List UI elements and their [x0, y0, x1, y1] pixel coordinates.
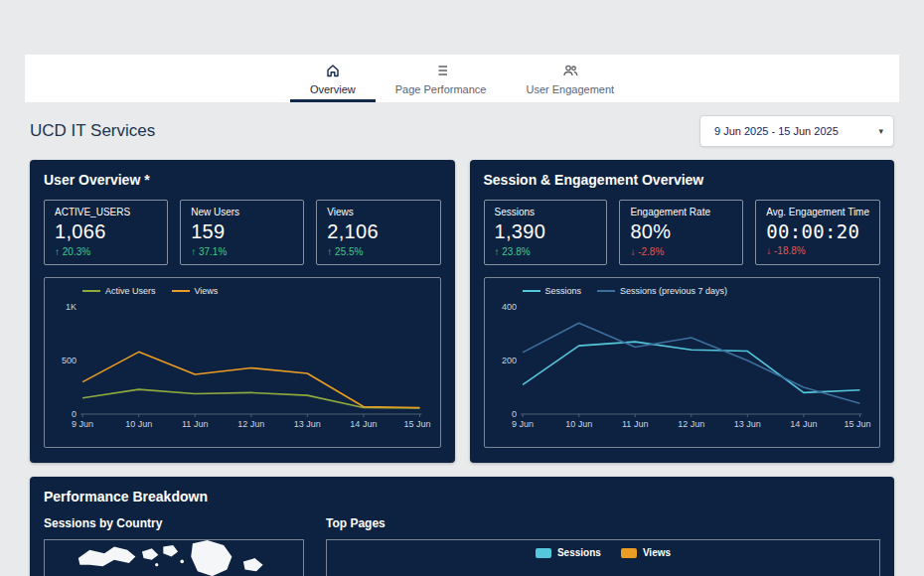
- date-range-picker[interactable]: 9 Jun 2025 - 15 Jun 2025 ▾: [699, 115, 894, 147]
- kpi-delta: ↑ 23.8%: [495, 246, 597, 257]
- svg-text:14 Jun: 14 Jun: [350, 419, 377, 429]
- chevron-down-icon: ▾: [878, 126, 883, 136]
- kpi-label: Engagement Rate: [630, 207, 732, 217]
- kpi-value: 80%: [630, 220, 732, 243]
- sessions-line-chart: 02004009 Jun10 Jun11 Jun12 Jun13 Jun14 J…: [493, 299, 872, 436]
- svg-text:10 Jun: 10 Jun: [125, 419, 152, 429]
- legend-item: Views: [172, 286, 219, 296]
- svg-text:9 Jun: 9 Jun: [72, 419, 93, 429]
- kpi-delta: ↑ 20.3%: [55, 246, 157, 257]
- svg-text:11 Jun: 11 Jun: [622, 419, 648, 429]
- kpi-row: ACTIVE_USERS1,066↑ 20.3%New Users159↑ 37…: [44, 200, 441, 265]
- top-pages-chart: SessionsViews: [326, 539, 880, 576]
- legend-item: Views: [621, 547, 671, 558]
- kpi-delta: ↓ -18.8%: [766, 245, 869, 256]
- sessions-by-country-section: Sessions by Country: [44, 516, 304, 576]
- legend-label: Sessions (previous 7 days): [620, 286, 727, 296]
- kpi-value: 00:00:20: [766, 220, 869, 242]
- legend-item: Sessions (previous 7 days): [597, 286, 727, 296]
- tab-label: User Engagement: [526, 83, 614, 95]
- kpi-value: 1,390: [495, 220, 597, 243]
- page-title: UCD IT Services: [30, 121, 155, 141]
- kpi-value: 159: [191, 220, 293, 243]
- svg-text:12 Jun: 12 Jun: [678, 419, 704, 429]
- kpi-tile: Sessions1,390↑ 23.8%: [484, 200, 608, 265]
- svg-text:0: 0: [512, 409, 517, 419]
- legend-swatch: [523, 290, 540, 292]
- user-overview-chart: Active UsersViews 05001K9 Jun10 Jun11 Ju…: [44, 277, 441, 448]
- legend-swatch: [621, 548, 637, 558]
- kpi-tile: Views2,106↑ 25.5%: [316, 200, 440, 265]
- people-icon: [562, 63, 578, 80]
- svg-text:200: 200: [502, 356, 517, 365]
- tab-overview[interactable]: Overview: [290, 55, 376, 102]
- tab-user-engagement[interactable]: User Engagement: [506, 55, 634, 102]
- svg-text:500: 500: [62, 356, 77, 365]
- top-cards-row: User Overview * ACTIVE_USERS1,066↑ 20.3%…: [0, 160, 924, 463]
- kpi-value: 1,066: [55, 220, 157, 243]
- legend-label: Sessions: [545, 286, 582, 296]
- sessions-by-country-map: [44, 539, 304, 576]
- user-overview-line-chart: 05001K9 Jun10 Jun11 Jun12 Jun13 Jun14 Ju…: [53, 299, 432, 436]
- svg-text:13 Jun: 13 Jun: [733, 419, 760, 429]
- session-overview-card: Session & Engagement Overview Sessions1,…: [470, 160, 895, 463]
- legend-label: Views: [195, 286, 219, 296]
- legend-item: Sessions: [523, 286, 582, 296]
- top-pages-section: Top Pages SessionsViews: [326, 516, 880, 576]
- legend-item: Active Users: [82, 286, 156, 296]
- svg-text:0: 0: [72, 409, 77, 419]
- kpi-tile: Avg. Engagement Time00:00:20↓ -18.8%: [755, 200, 880, 265]
- kpi-tile: New Users159↑ 37.1%: [180, 200, 304, 265]
- kpi-value: 2,106: [327, 220, 429, 243]
- svg-text:14 Jun: 14 Jun: [790, 419, 817, 429]
- user-overview-card: User Overview * ACTIVE_USERS1,066↑ 20.3%…: [30, 160, 455, 463]
- legend-label: Active Users: [105, 286, 156, 296]
- legend-swatch: [82, 290, 100, 292]
- svg-text:15 Jun: 15 Jun: [403, 419, 430, 429]
- kpi-label: ACTIVE_USERS: [55, 207, 157, 217]
- legend-swatch: [597, 290, 615, 292]
- kpi-delta: ↑ 37.1%: [191, 246, 293, 257]
- report-tab-bar: Overview Page Performance User Engagemen…: [25, 55, 899, 102]
- kpi-label: Views: [327, 207, 429, 217]
- top-margin: [0, 0, 924, 55]
- svg-text:1K: 1K: [66, 302, 77, 312]
- svg-text:12 Jun: 12 Jun: [237, 419, 264, 429]
- date-range-value: 9 Jun 2025 - 15 Jun 2025: [714, 125, 839, 137]
- kpi-label: New Users: [191, 207, 293, 217]
- legend-swatch: [536, 548, 551, 558]
- svg-text:13 Jun: 13 Jun: [294, 419, 321, 429]
- tab-label: Overview: [310, 83, 356, 95]
- chart-legend: SessionsSessions (previous 7 days): [493, 283, 872, 299]
- session-overview-chart: SessionsSessions (previous 7 days) 02004…: [484, 277, 881, 448]
- kpi-label: Sessions: [495, 207, 597, 217]
- kpi-row: Sessions1,390↑ 23.8%Engagement Rate80%↓ …: [484, 200, 881, 265]
- legend-label: Sessions: [557, 547, 601, 558]
- card-title: Session & Engagement Overview: [484, 172, 881, 188]
- legend-item: Sessions: [536, 547, 601, 558]
- tab-label: Page Performance: [395, 83, 487, 95]
- world-map: [45, 540, 303, 576]
- home-icon: [325, 63, 341, 80]
- kpi-delta: ↓ -2.8%: [630, 246, 732, 257]
- tab-page-performance[interactable]: Page Performance: [376, 55, 507, 102]
- section-title: Sessions by Country: [44, 516, 304, 530]
- list-icon: [433, 63, 449, 80]
- svg-text:9 Jun: 9 Jun: [512, 419, 534, 429]
- svg-text:400: 400: [502, 302, 517, 312]
- performance-breakdown-row: Sessions by Country Top Pages: [44, 516, 880, 576]
- card-title: Performance Breakdown: [44, 489, 880, 504]
- page-header: UCD IT Services 9 Jun 2025 - 15 Jun 2025…: [0, 102, 924, 160]
- svg-text:15 Jun: 15 Jun: [844, 419, 870, 429]
- performance-breakdown-card: Performance Breakdown Sessions by Countr…: [30, 477, 894, 576]
- kpi-tile: ACTIVE_USERS1,066↑ 20.3%: [44, 200, 168, 265]
- legend-label: Views: [643, 547, 671, 558]
- svg-text:10 Jun: 10 Jun: [565, 419, 592, 429]
- card-title: User Overview *: [44, 172, 441, 188]
- svg-text:11 Jun: 11 Jun: [182, 419, 208, 429]
- kpi-label: Avg. Engagement Time: [766, 207, 869, 217]
- kpi-delta: ↑ 25.5%: [327, 246, 429, 257]
- kpi-tile: Engagement Rate80%↓ -2.8%: [619, 200, 743, 265]
- top-pages-legend: SessionsViews: [327, 547, 879, 558]
- legend-swatch: [172, 290, 190, 292]
